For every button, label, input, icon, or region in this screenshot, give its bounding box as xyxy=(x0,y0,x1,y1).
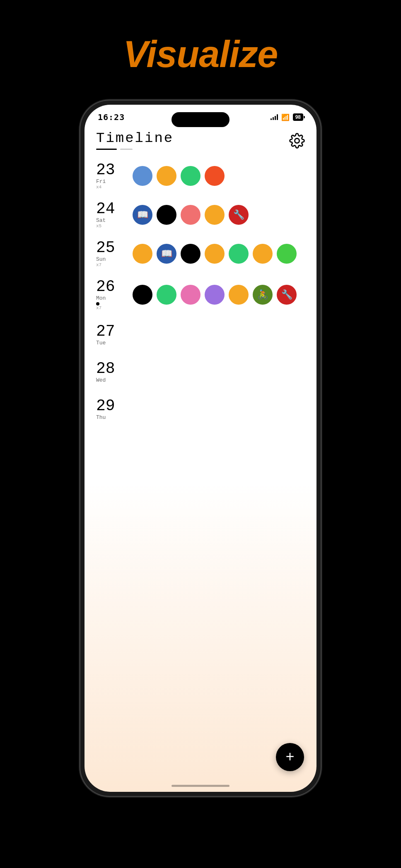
add-button[interactable]: + xyxy=(276,743,304,771)
day-name: Fri xyxy=(96,178,125,185)
phone-screen: 16:23 📶 98 Timeline xyxy=(85,105,316,792)
day-label: 26Monx7 xyxy=(96,279,125,310)
day-name: Thu xyxy=(96,414,125,421)
home-indicator xyxy=(172,785,229,787)
habit-dot[interactable] xyxy=(277,244,297,264)
day-number: 26 xyxy=(96,279,125,295)
day-count: x7 xyxy=(96,305,125,310)
day-number: 29 xyxy=(96,398,125,414)
underline-active xyxy=(96,149,117,150)
day-name: Sat xyxy=(96,217,125,224)
status-icons: 📶 98 xyxy=(271,113,303,121)
day-label: 27Tue xyxy=(96,324,125,346)
habit-dot[interactable] xyxy=(133,244,152,264)
day-label: 25Sunx7 xyxy=(96,240,125,267)
day-number: 28 xyxy=(96,361,125,377)
habit-dot[interactable] xyxy=(133,166,152,186)
habit-dot[interactable] xyxy=(205,285,225,305)
day-number: 23 xyxy=(96,162,125,178)
status-time: 16:23 xyxy=(98,112,125,122)
day-row: 28Wed xyxy=(85,353,316,391)
habit-dot[interactable] xyxy=(229,285,249,305)
dots-container xyxy=(133,166,305,186)
habit-dot[interactable]: 📖 xyxy=(157,244,176,264)
day-name: Mon xyxy=(96,295,125,301)
phone-frame: 16:23 📶 98 Timeline xyxy=(80,101,321,796)
dynamic-island xyxy=(172,112,229,127)
dots-container: 📖🔧 xyxy=(133,205,305,225)
svg-point-0 xyxy=(295,138,299,143)
day-name: Wed xyxy=(96,377,125,383)
habit-dot[interactable] xyxy=(181,244,200,264)
add-icon: + xyxy=(285,749,294,764)
day-number: 27 xyxy=(96,324,125,339)
underline-inactive xyxy=(120,149,133,150)
app-header: Timeline xyxy=(85,125,316,153)
day-count: x7 xyxy=(96,262,125,267)
day-row: 27Tue xyxy=(85,316,316,353)
habit-dot[interactable]: 🔧 xyxy=(277,285,297,305)
day-row: 25Sunx7📖 xyxy=(85,234,316,273)
habit-dot[interactable] xyxy=(133,285,152,305)
day-row: 24Satx5📖🔧 xyxy=(85,195,316,234)
day-count: x5 xyxy=(96,224,125,228)
day-row: 23Frix4 xyxy=(85,156,316,195)
habit-dot[interactable] xyxy=(205,205,225,225)
habit-dot[interactable] xyxy=(229,244,249,264)
habit-dot[interactable] xyxy=(157,166,176,186)
day-number: 25 xyxy=(96,240,125,256)
signal-icon xyxy=(271,114,278,120)
habit-dot[interactable] xyxy=(253,244,273,264)
habit-dot[interactable] xyxy=(181,166,200,186)
day-label: 28Wed xyxy=(96,361,125,383)
day-name: Sun xyxy=(96,256,125,262)
dots-container: 🚴🔧 xyxy=(133,285,305,305)
day-count: x4 xyxy=(96,185,125,190)
day-name: Tue xyxy=(96,340,125,346)
habit-dot[interactable] xyxy=(205,244,225,264)
wifi-icon: 📶 xyxy=(281,113,290,121)
settings-button[interactable] xyxy=(289,133,305,149)
habit-dot[interactable] xyxy=(181,205,200,225)
day-label: 29Thu xyxy=(96,398,125,421)
battery-icon: 98 xyxy=(293,113,303,121)
today-indicator xyxy=(96,302,99,305)
day-label: 24Satx5 xyxy=(96,201,125,228)
habit-dot[interactable] xyxy=(157,285,176,305)
day-label: 23Frix4 xyxy=(96,162,125,190)
habit-dot[interactable] xyxy=(181,285,200,305)
habit-dot[interactable] xyxy=(205,166,225,186)
habit-dot[interactable]: 🚴 xyxy=(253,285,273,305)
habit-dot[interactable]: 📖 xyxy=(133,205,152,225)
dots-container: 📖 xyxy=(133,244,305,264)
day-row: 29Thu xyxy=(85,391,316,428)
app-title: Timeline xyxy=(96,130,305,146)
page-title-text: Visualize xyxy=(123,33,278,76)
header-underlines xyxy=(96,149,305,150)
habit-dot[interactable] xyxy=(157,205,176,225)
day-number: 24 xyxy=(96,201,125,217)
day-row: 26Monx7🚴🔧 xyxy=(85,273,316,316)
timeline-content: 23Frix424Satx5📖🔧25Sunx7📖26Monx7🚴🔧27Tue28… xyxy=(85,153,316,786)
habit-dot[interactable]: 🔧 xyxy=(229,205,249,225)
